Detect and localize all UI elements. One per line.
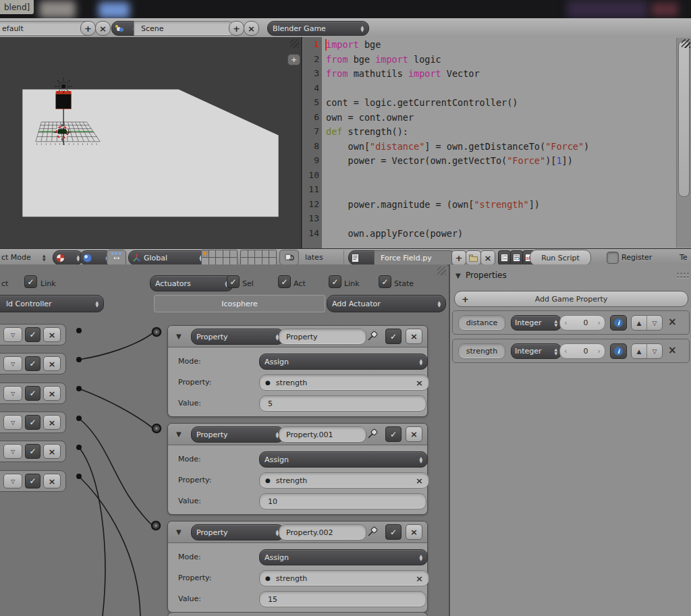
actuator-type-select[interactable]: Property ▲▼ bbox=[191, 329, 284, 345]
controller-enable-checkbox[interactable]: ✓ bbox=[25, 356, 40, 371]
actuator-mode-select[interactable]: Assign ▲▼ bbox=[259, 354, 428, 370]
3d-viewport[interactable]: + bbox=[0, 37, 301, 248]
run-script-button[interactable]: Run Script bbox=[530, 250, 591, 266]
actuator-value-field[interactable]: 10 bbox=[259, 493, 426, 509]
actuator-property-field[interactable]: ● strength × bbox=[259, 570, 429, 586]
area-corner-widget[interactable] bbox=[290, 39, 299, 48]
actuator-enable-checkbox[interactable]: ✓ bbox=[385, 524, 402, 540]
filter-act-checkbox[interactable]: ✓ bbox=[278, 275, 291, 288]
actuator-name-field[interactable]: Property.001 bbox=[279, 426, 366, 443]
logic-editor[interactable]: ct ✓ Link Actuators ▲▼ ✓ Sel ✓ Act ✓ Lin… bbox=[0, 264, 447, 616]
code-line[interactable]: own["distance"] = own.getDistanceTo("For… bbox=[326, 141, 589, 152]
property-name-field[interactable]: strength bbox=[458, 343, 505, 359]
actuator-enable-checkbox[interactable]: ✓ bbox=[385, 426, 402, 442]
stepper-right-arrow-icon[interactable]: › bbox=[598, 318, 605, 327]
layer-buttons-group-1[interactable] bbox=[201, 250, 238, 265]
actuator-mode-select[interactable]: Assign ▲▼ bbox=[259, 451, 428, 468]
scene-name-field[interactable]: Scene bbox=[134, 21, 236, 36]
unlink-text-button[interactable]: × bbox=[480, 250, 495, 265]
property-type-select[interactable]: Integer ▲▼ bbox=[511, 315, 561, 331]
move-down-icon[interactable]: ▽ bbox=[647, 344, 662, 358]
filter-link-checkbox[interactable]: ✓ bbox=[329, 275, 341, 288]
controller-enable-checkbox[interactable]: ✓ bbox=[25, 444, 40, 459]
actuator-enable-checkbox[interactable]: ✓ bbox=[385, 329, 402, 344]
clear-property-icon[interactable]: × bbox=[416, 573, 423, 584]
code-line[interactable]: def strength(): bbox=[326, 126, 408, 137]
controller-collapse-button[interactable]: ▽ bbox=[3, 327, 22, 342]
controller-enable-checkbox[interactable]: ✓ bbox=[25, 327, 40, 342]
controller-delete-button[interactable]: × bbox=[43, 474, 61, 488]
pin-icon[interactable] bbox=[366, 525, 379, 538]
controller-collapse-button[interactable]: ▽ bbox=[3, 415, 22, 430]
area-corner-widget[interactable] bbox=[437, 267, 446, 275]
delete-property-button[interactable]: × bbox=[668, 344, 677, 356]
code-line[interactable]: power.magnitude = (own["strength"]) bbox=[326, 199, 540, 210]
move-down-icon[interactable]: ▽ bbox=[647, 316, 662, 330]
code-line[interactable]: from mathutils import Vector bbox=[326, 68, 480, 79]
controller-delete-button[interactable]: × bbox=[43, 327, 61, 342]
manipulator-toggle[interactable]: ↔ ●●● bbox=[107, 250, 126, 266]
collapse-triangle-icon[interactable]: ▼ bbox=[176, 333, 182, 340]
add-scene-button[interactable]: + bbox=[229, 21, 244, 36]
actuator-header[interactable]: ▼ Property ▲▼ Property.002 ✓ × bbox=[168, 522, 427, 543]
actuator-property-field[interactable]: ● strength × bbox=[259, 472, 429, 488]
controller-delete-button[interactable]: × bbox=[43, 415, 61, 430]
force-cube-object[interactable] bbox=[56, 91, 72, 109]
screen-layout-field[interactable]: efault bbox=[0, 21, 92, 36]
add-game-property-button[interactable]: + Add Game Property bbox=[454, 291, 688, 307]
actuator-delete-button[interactable]: × bbox=[406, 524, 422, 540]
property-name-field[interactable]: distance bbox=[458, 315, 505, 331]
pin-icon[interactable] bbox=[366, 427, 379, 440]
actuator-header[interactable]: ▼ Property ▲▼ Property.001 ✓ × bbox=[168, 424, 427, 445]
stepper-left-arrow-icon[interactable]: ‹ bbox=[560, 318, 567, 327]
area-splitter[interactable] bbox=[301, 37, 302, 265]
move-up-icon[interactable]: ▲ bbox=[632, 344, 647, 358]
controller-delete-button[interactable]: × bbox=[43, 444, 61, 459]
controller-enable-checkbox[interactable]: ✓ bbox=[25, 474, 40, 488]
actuator-panel-partial[interactable] bbox=[167, 612, 428, 616]
delete-scene-button[interactable]: × bbox=[244, 21, 259, 36]
add-controller-select[interactable]: ld Controller ▲▼ bbox=[0, 295, 104, 312]
panel-drag-widget[interactable] bbox=[677, 273, 689, 278]
actuator-name-field[interactable]: Property.002 bbox=[279, 524, 366, 540]
controller-enable-checkbox[interactable]: ✓ bbox=[25, 415, 40, 430]
actuator-value-field[interactable]: 15 bbox=[259, 591, 426, 607]
text-editor[interactable]: 1234567891011121314 import bgefrom bge i… bbox=[303, 37, 691, 248]
show-debug-info-toggle[interactable]: i bbox=[610, 343, 627, 359]
actuators-filter-select[interactable]: Actuators ▲▼ bbox=[150, 275, 233, 291]
actuator-delete-button[interactable]: × bbox=[406, 329, 422, 344]
move-property-buttons[interactable]: ▲▽ bbox=[631, 343, 663, 359]
collapse-triangle-icon[interactable]: ▼ bbox=[176, 430, 182, 438]
editor-scrollbar-thumb[interactable] bbox=[678, 40, 690, 197]
collapse-triangle-icon[interactable]: ▼ bbox=[176, 528, 182, 536]
stepper-left-arrow-icon[interactable]: ‹ bbox=[560, 347, 567, 356]
layer-buttons-group-2[interactable] bbox=[240, 250, 277, 265]
filter-state-checkbox[interactable]: ✓ bbox=[379, 275, 391, 288]
controller-collapse-button[interactable]: ▽ bbox=[3, 474, 22, 488]
templates-menu[interactable]: lates bbox=[305, 253, 323, 262]
filter-sel-checkbox[interactable]: ✓ bbox=[227, 275, 240, 288]
mode-select[interactable]: ct Mode bbox=[1, 253, 31, 262]
actuator-input-sockets[interactable] bbox=[152, 328, 161, 530]
area-corner-widget[interactable] bbox=[682, 39, 690, 48]
render-engine-select[interactable]: Blender Game ▲▼ bbox=[267, 21, 369, 36]
open-text-button[interactable] bbox=[466, 250, 481, 265]
clear-property-icon[interactable]: × bbox=[416, 378, 423, 388]
code-line[interactable]: import bge bbox=[326, 39, 381, 50]
viewport-shading-select[interactable]: ▲▼ bbox=[53, 250, 83, 265]
expand-panel-button[interactable]: + bbox=[287, 54, 300, 65]
word-wrap-toggle[interactable] bbox=[510, 250, 523, 265]
actuator-property-field[interactable]: ● strength × bbox=[259, 374, 429, 391]
delete-layout-button[interactable]: × bbox=[95, 21, 111, 36]
code-line[interactable]: own.applyForce(power) bbox=[326, 228, 463, 239]
code-line[interactable]: cont = logic.getCurrentController() bbox=[326, 97, 518, 108]
show-debug-info-toggle[interactable]: i bbox=[610, 315, 627, 331]
controller-delete-button[interactable]: × bbox=[43, 356, 61, 371]
actuator-delete-button[interactable]: × bbox=[406, 426, 422, 442]
code-line[interactable]: own = cont.owner bbox=[326, 112, 414, 123]
controllers-link-checkbox[interactable]: ✓ bbox=[24, 275, 37, 288]
controller-collapse-button[interactable]: ▽ bbox=[3, 386, 22, 401]
actuator-type-select[interactable]: Property ▲▼ bbox=[191, 524, 284, 540]
add-actuator-select[interactable]: Add Actuator ▲▼ bbox=[327, 295, 446, 312]
code-line[interactable]: power = Vector(own.getVectTo("Force")[1]… bbox=[326, 155, 573, 166]
